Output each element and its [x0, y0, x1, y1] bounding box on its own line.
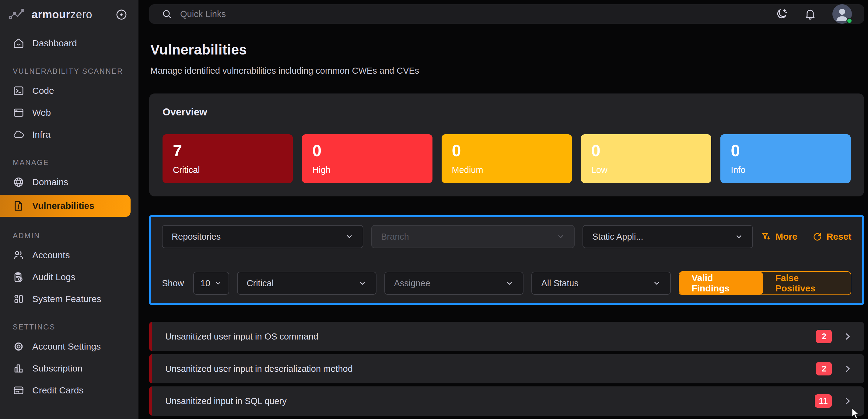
- scan-type-select[interactable]: Static Appli...: [583, 225, 753, 248]
- finding-title: Unsanitized user input in deserializatio…: [165, 364, 353, 374]
- reset-filters-label: Reset: [827, 232, 851, 242]
- more-filters-label: More: [775, 232, 797, 242]
- show-label: Show: [162, 278, 184, 288]
- chevron-right-icon[interactable]: [843, 396, 852, 406]
- finding-meta: 11: [815, 394, 853, 408]
- chevron-down-icon: [345, 232, 354, 241]
- brand-name-light: zero: [70, 8, 92, 21]
- sidebar-section-vulnerability-scanner: VULNERABILITY SCANNER: [0, 67, 138, 76]
- stat-value: 0: [452, 142, 561, 159]
- logo-row: armourzero: [0, 5, 138, 24]
- users-icon: [13, 249, 24, 261]
- finding-count-badge: 11: [815, 394, 832, 408]
- chevron-right-icon[interactable]: [843, 364, 852, 373]
- sidebar-item-vulnerabilities[interactable]: Vulnerabilities: [0, 195, 130, 217]
- gear-icon: [13, 341, 24, 352]
- sidebar-item-label: Subscription: [32, 363, 83, 373]
- status-select-value: All Status: [541, 278, 579, 288]
- filter-row-secondary: Show 10 Critical Assignee: [162, 271, 851, 295]
- sidebar-section-manage: MANAGE: [0, 158, 138, 167]
- sidebar-item-code[interactable]: Code: [0, 80, 138, 102]
- finding-count-badge: 2: [816, 330, 832, 343]
- scan-type-select-value: Static Appli...: [592, 232, 643, 242]
- chevron-down-icon: [358, 279, 367, 288]
- globe-icon: [13, 176, 24, 188]
- stat-value: 0: [731, 142, 840, 159]
- page-head: Vulnerabilities Manage identified vulner…: [149, 41, 864, 76]
- findings-toggle-group: Valid Findings False Positives: [679, 271, 851, 295]
- stat-value: 7: [173, 142, 282, 159]
- page-size-select[interactable]: 10: [193, 272, 229, 295]
- sidebar: armourzero Dashboard VULNERABILITY SCANN…: [0, 0, 138, 419]
- chevron-down-icon: [505, 279, 514, 288]
- sidebar-item-system-features[interactable]: System Features: [0, 288, 138, 310]
- assignee-select[interactable]: Assignee: [384, 272, 524, 295]
- page-subtitle: Manage identified vulnerabilities includ…: [150, 66, 864, 76]
- finding-row[interactable]: Unsanitized user input in OS command 2: [149, 322, 864, 351]
- sidebar-item-label: Web: [32, 108, 51, 118]
- status-select[interactable]: All Status: [531, 272, 671, 295]
- finding-row[interactable]: Unsanitized user input in deserializatio…: [149, 354, 864, 383]
- stat-card-info[interactable]: 0 Info: [720, 134, 851, 183]
- topbar: [149, 4, 864, 24]
- stat-label: High: [312, 165, 422, 175]
- stat-card-critical[interactable]: 7 Critical: [162, 134, 293, 183]
- valid-findings-toggle[interactable]: Valid Findings: [679, 272, 763, 295]
- stat-value: 0: [591, 142, 701, 159]
- sidebar-item-web[interactable]: Web: [0, 102, 138, 124]
- sidebar-item-domains[interactable]: Domains: [0, 171, 138, 193]
- stat-card-medium[interactable]: 0 Medium: [442, 134, 572, 183]
- false-positives-toggle[interactable]: False Positives: [763, 272, 851, 295]
- finding-title: Unsanitized user input in OS command: [165, 332, 318, 342]
- sidebar-item-audit-logs[interactable]: Audit Logs: [0, 266, 138, 288]
- repositories-select[interactable]: Repositories: [162, 225, 363, 248]
- components-icon: [13, 293, 24, 305]
- page-size-value: 10: [200, 278, 210, 288]
- bar-chart-icon: [13, 363, 24, 374]
- stat-label: Low: [591, 165, 701, 175]
- sidebar-item-label: Code: [32, 86, 54, 96]
- stat-card-high[interactable]: 0 High: [302, 134, 432, 183]
- severity-select[interactable]: Critical: [237, 272, 376, 295]
- stat-label: Critical: [173, 165, 282, 175]
- sidebar-item-label: Credit Cards: [32, 385, 83, 395]
- filter-row-primary: Repositories Branch Static Appli...: [162, 225, 851, 248]
- dark-mode-moon-icon[interactable]: [775, 8, 788, 21]
- credit-card-icon: [13, 385, 24, 396]
- finding-row[interactable]: Unsanitized input in SQL query 11: [149, 386, 864, 416]
- document-alert-icon: [13, 200, 24, 212]
- stat-label: Info: [731, 165, 840, 175]
- brand-name-bold: armour: [32, 8, 70, 21]
- sidebar-item-label: Infra: [32, 129, 51, 140]
- more-filters-button[interactable]: More: [761, 232, 797, 242]
- stat-card-low[interactable]: 0 Low: [581, 134, 711, 183]
- sidebar-item-account-settings[interactable]: Account Settings: [0, 335, 138, 358]
- findings-list: Unsanitized user input in OS command 2 U…: [149, 322, 864, 419]
- sidebar-item-label: Domains: [32, 177, 68, 187]
- sidebar-item-subscription[interactable]: Subscription: [0, 358, 138, 380]
- page-title: Vulnerabilities: [150, 41, 864, 58]
- search-input[interactable]: [180, 9, 775, 19]
- browser-icon: [13, 107, 24, 118]
- home-icon: [13, 37, 24, 49]
- chevron-down-icon: [215, 279, 222, 287]
- sidebar-item-credit-cards[interactable]: Credit Cards: [0, 380, 138, 401]
- notifications-bell-icon[interactable]: [804, 8, 816, 21]
- search-icon: [161, 8, 172, 20]
- severity-select-value: Critical: [247, 278, 274, 288]
- sidebar-item-accounts[interactable]: Accounts: [0, 244, 138, 266]
- sidebar-item-label: Audit Logs: [32, 272, 75, 282]
- chevron-down-icon: [735, 232, 743, 241]
- sidebar-item-label: Accounts: [32, 250, 70, 260]
- user-avatar[interactable]: [832, 4, 852, 24]
- app-window: armourzero Dashboard VULNERABILITY SCANN…: [0, 0, 859, 419]
- reset-filters-button[interactable]: Reset: [812, 232, 851, 242]
- sidebar-collapse-icon[interactable]: [115, 8, 127, 21]
- sidebar-item-label: Account Settings: [32, 341, 101, 352]
- filters-panel: Repositories Branch Static Appli...: [149, 215, 864, 305]
- armourzero-logo-icon: [8, 7, 26, 22]
- reset-refresh-icon: [812, 232, 823, 242]
- chevron-right-icon[interactable]: [843, 332, 852, 341]
- sidebar-item-dashboard[interactable]: Dashboard: [0, 32, 138, 54]
- sidebar-item-infra[interactable]: Infra: [0, 124, 138, 146]
